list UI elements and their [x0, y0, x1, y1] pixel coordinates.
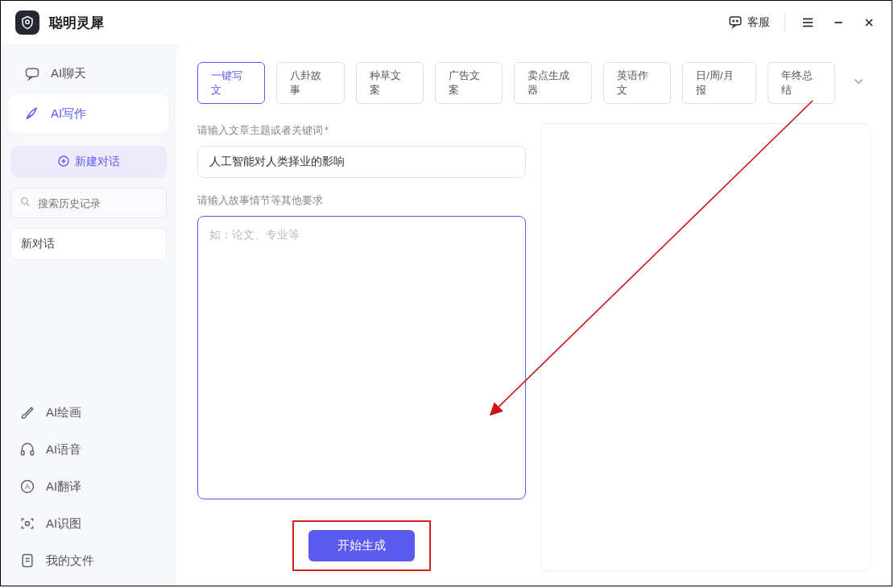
new-chat-label: 新建对话	[75, 155, 120, 169]
menu-button[interactable]	[800, 14, 816, 31]
output-panel	[540, 123, 871, 571]
svg-point-3	[737, 20, 739, 22]
sidebar-item-ai-chat[interactable]: AI聊天	[9, 54, 168, 93]
sidebar-item-label: AI识图	[46, 516, 81, 532]
details-label: 请输入故事情节等其他要求	[197, 193, 526, 208]
svg-text:A: A	[25, 482, 31, 491]
sidebar-item-label: AI聊天	[51, 66, 86, 81]
svg-point-14	[22, 197, 28, 204]
session-label: 新对话	[21, 237, 55, 250]
customer-service-label: 客服	[747, 15, 770, 30]
search-input[interactable]	[38, 197, 173, 209]
headphones-icon	[19, 441, 36, 458]
chat-bubble-icon	[728, 14, 743, 31]
tab-report[interactable]: 日/周/月报	[682, 62, 755, 104]
svg-rect-17	[31, 451, 33, 455]
main-panel: 一键写文 八卦故事 种草文案 广告文案 卖点生成器 英语作文 日/周/月报 年终…	[176, 44, 892, 586]
sidebar-item-label: 我的文件	[46, 553, 94, 569]
new-chat-button[interactable]: 新建对话	[10, 146, 167, 178]
sidebar-item-label: AI写作	[51, 106, 86, 122]
sidebar: AI聊天 AI写作 新建对话 新对话	[1, 44, 176, 586]
search-history-box[interactable]	[10, 188, 167, 218]
sidebar-item-ai-image-rec[interactable]: AI识图	[1, 505, 176, 542]
sidebar-item-ai-translate[interactable]: A AI翻译	[1, 468, 176, 505]
svg-rect-10	[27, 68, 39, 77]
session-item[interactable]: 新对话	[10, 228, 167, 260]
file-icon	[19, 553, 36, 569]
tab-gossip-story[interactable]: 八卦故事	[276, 62, 344, 104]
tab-ad-copy[interactable]: 广告文案	[435, 62, 503, 104]
sidebar-item-ai-writing[interactable]: AI写作	[9, 94, 168, 133]
expand-tabs-button[interactable]	[846, 69, 871, 97]
sidebar-item-ai-voice[interactable]: AI语音	[1, 431, 176, 468]
minimize-button[interactable]	[830, 14, 846, 31]
quill-icon	[23, 106, 41, 122]
sidebar-item-label: AI翻译	[46, 479, 81, 495]
search-icon	[19, 196, 31, 211]
chat-icon	[23, 65, 41, 81]
customer-service-button[interactable]: 客服	[728, 14, 770, 31]
svg-rect-1	[730, 17, 741, 25]
image-scan-icon	[19, 516, 36, 532]
app-title: 聪明灵犀	[49, 14, 104, 32]
svg-rect-16	[22, 451, 24, 455]
details-textarea[interactable]	[197, 216, 526, 499]
tab-year-summary[interactable]: 年终总结	[768, 62, 835, 104]
title-bar: 聪明灵犀 客服	[1, 1, 892, 44]
generate-button[interactable]: 开始生成	[308, 530, 415, 561]
svg-point-20	[26, 522, 30, 526]
tab-selling-point[interactable]: 卖点生成器	[514, 62, 592, 104]
sidebar-item-label: AI绘画	[46, 405, 81, 420]
tab-one-click-write[interactable]: 一键写文	[197, 62, 265, 104]
input-column: 请输入文章主题或者关键词* 请输入故事情节等其他要求 开始生成	[197, 123, 526, 571]
svg-point-0	[26, 20, 30, 24]
topic-label: 请输入文章主题或者关键词*	[197, 123, 526, 138]
annotation-highlight-box: 开始生成	[292, 520, 431, 571]
svg-rect-21	[23, 555, 32, 567]
sidebar-item-label: AI语音	[46, 442, 81, 458]
topic-input[interactable]	[197, 146, 526, 178]
tab-seeding-copy[interactable]: 种草文案	[356, 62, 424, 104]
divider	[784, 14, 785, 31]
svg-point-2	[733, 20, 735, 22]
close-button[interactable]	[861, 14, 877, 31]
sidebar-item-my-files[interactable]: 我的文件	[1, 542, 176, 579]
tab-english-essay[interactable]: 英语作文	[603, 62, 671, 104]
translate-icon: A	[19, 478, 36, 495]
sidebar-item-ai-draw[interactable]: AI绘画	[1, 394, 176, 431]
plus-circle-icon	[57, 155, 70, 170]
category-tabs: 一键写文 八卦故事 种草文案 广告文案 卖点生成器 英语作文 日/周/月报 年终…	[197, 62, 871, 104]
brush-icon	[19, 404, 36, 420]
required-star: *	[325, 124, 329, 136]
app-logo	[15, 10, 39, 35]
svg-line-15	[27, 203, 29, 205]
